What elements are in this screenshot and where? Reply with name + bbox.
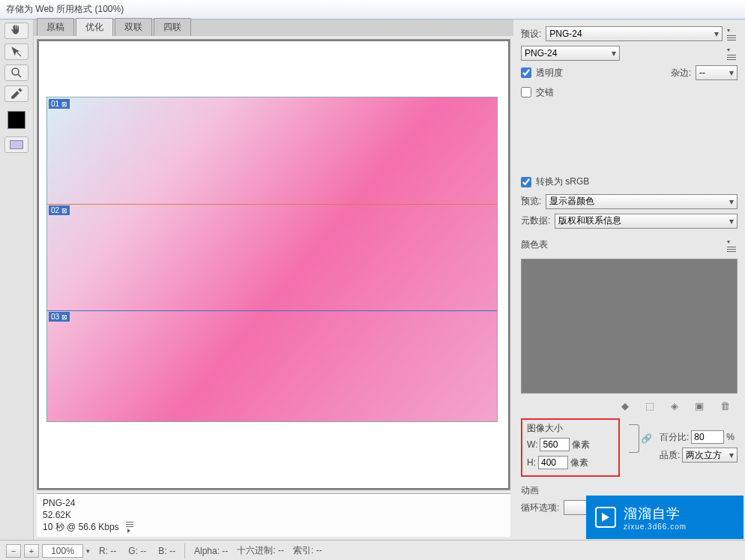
tab-original[interactable]: 原稿 [37,18,74,36]
status-b: B: -- [158,546,175,556]
color-table [521,259,738,394]
percent-unit: % [726,432,735,442]
info-format: PNG-24 [43,497,504,509]
tab-4up[interactable]: 四联 [154,18,191,36]
zoom-in-button[interactable]: + [24,544,39,558]
transparency-checkbox[interactable] [521,67,531,78]
width-label: W: [527,439,537,450]
colortable-label: 颜色表 [521,238,548,251]
ct-new-icon[interactable]: ▣ [695,400,704,412]
percent-input[interactable] [691,430,724,444]
ct-trash-icon[interactable]: 🗑 [720,400,730,412]
slice-visibility-toggle-icon[interactable] [4,136,28,153]
percent-label: 百分比: [660,431,689,444]
center-column: 原稿 优化 双联 四联 01⊠ 02⊠ 03⊠ PNG-24 52.62K 10… [34,19,513,540]
preview-label: 预览: [521,195,541,208]
format-select[interactable]: PNG-24 [521,46,620,61]
srgb-checkbox[interactable] [521,177,531,187]
interlace-checkbox[interactable] [521,87,531,97]
slice-divider-1[interactable] [47,204,497,205]
status-r: R: -- [99,546,116,556]
window-title: 存储为 Web 所用格式 (100%) [6,3,124,16]
tab-2up[interactable]: 双联 [115,18,152,36]
zoom-field[interactable]: 100% [42,544,83,558]
height-label: H: [527,457,536,468]
image-size-group: 图像大小 W: 像素 H: 像素 [521,418,620,477]
optimize-info: PNG-24 52.62K 10 秒 @ 56.6 Kbps [37,493,510,537]
info-filesize: 52.62K [43,509,504,521]
metadata-label: 元数据: [521,214,550,227]
preset-select[interactable]: PNG-24 [546,26,723,41]
loop-label: 循环选项: [521,502,559,514]
colortable-menu-icon[interactable] [727,238,738,252]
info-download-time: 10 秒 @ 56.6 Kbps [43,522,119,532]
status-index: 索引: -- [293,544,322,557]
watermark-play-icon [595,507,616,528]
preview-tabs: 原稿 优化 双联 四联 [34,19,513,36]
matte-label: 杂边: [671,67,691,79]
transparency-label: 透明度 [536,67,563,79]
slice-tag-1[interactable]: 01⊠ [49,99,70,109]
status-bar: − + 100% ▾ R: -- G: -- B: -- Alpha: -- 十… [0,540,745,560]
watermark-sub: zixue.3d66.com [624,523,687,531]
status-hex: 十六进制: -- [237,544,284,557]
eyedropper-tool-icon[interactable] [4,85,28,102]
ct-eyedropper-icon[interactable]: ◆ [621,400,629,412]
status-g: G: -- [128,546,146,556]
quality-label: 品质: [660,449,680,462]
preview-select[interactable]: 显示器颜色 [546,194,738,209]
slice-divider-2[interactable] [47,310,497,311]
height-input[interactable] [538,456,568,469]
foreground-color-swatch[interactable] [7,111,25,129]
slice-tag-3[interactable]: 03⊠ [49,312,70,322]
preview-canvas[interactable]: 01⊠ 02⊠ 03⊠ [39,41,508,488]
preview-frame: 01⊠ 02⊠ 03⊠ [37,39,510,490]
info-menu-icon[interactable] [126,522,133,533]
svg-point-0 [12,68,19,75]
format-menu-icon[interactable] [727,46,738,60]
quality-select[interactable]: 两次立方 [682,448,738,463]
tool-column [0,19,34,540]
height-unit: 像素 [570,457,588,469]
tab-optimized[interactable]: 优化 [76,18,113,36]
matte-select[interactable]: -- [696,65,738,80]
watermark-overlay: 溜溜自学 zixue.3d66.com [586,496,744,539]
hand-tool-icon[interactable] [4,22,28,39]
settings-panel: 预设: PNG-24 PNG-24 透明度 杂边: -- 交错 转换为 sRGB… [513,19,742,540]
imagesize-label: 图像大小 [527,422,614,435]
link-dimensions-icon[interactable] [629,424,639,453]
watermark-text: 溜溜自学 [624,505,687,523]
slice-tag-2[interactable]: 02⊠ [49,205,70,215]
metadata-select[interactable]: 版权和联系信息 [555,214,738,229]
colortable-toolbar: ◆ ⬚ ◈ ▣ 🗑 [521,397,738,415]
preset-menu-icon[interactable] [727,27,738,40]
slice-select-tool-icon[interactable] [4,43,28,60]
titlebar: 存储为 Web 所用格式 (100%) [0,0,745,19]
zoom-out-button[interactable]: − [6,544,21,558]
status-alpha: Alpha: -- [194,546,228,556]
width-unit: 像素 [572,439,590,451]
ct-lock-icon[interactable]: ⬚ [645,400,654,412]
ct-map-icon[interactable]: ◈ [671,400,678,412]
width-input[interactable] [540,438,570,451]
srgb-label: 转换为 sRGB [536,175,589,188]
zoom-tool-icon[interactable] [4,64,28,81]
interlace-label: 交错 [536,86,554,99]
preset-label: 预设: [521,28,541,40]
